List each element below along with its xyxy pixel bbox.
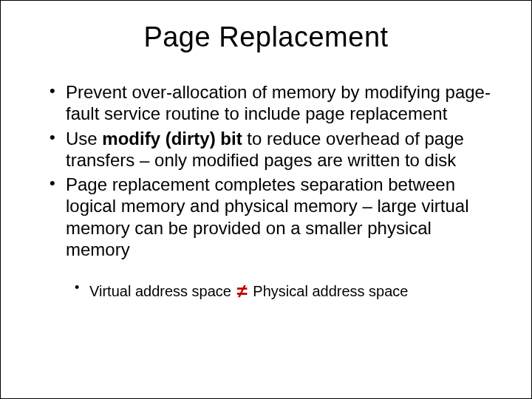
slide-container: Page Replacement Prevent over-allocation… (1, 1, 531, 398)
slide-title: Page Replacement (38, 21, 494, 53)
not-equal-icon: ≠ (236, 280, 249, 302)
bullet-list: Prevent over-allocation of memory by mod… (38, 81, 494, 260)
bullet-text-pre: Page replacement completes separation be… (66, 174, 469, 259)
sub-bullet-right: Physical address space (249, 283, 409, 299)
bullet-item: Prevent over-allocation of memory by mod… (45, 81, 494, 125)
sub-bullet-item: Virtual address space ≠ Physical address… (72, 279, 494, 304)
sub-bullet-left: Virtual address space (89, 283, 236, 299)
bullet-item: Use modify (dirty) bit to reduce overhea… (45, 128, 494, 171)
bullet-text-pre: Prevent over-allocation of memory by mod… (66, 82, 491, 123)
bullet-item: Page replacement completes separation be… (45, 174, 494, 260)
sub-bullet-list: Virtual address space ≠ Physical address… (38, 279, 494, 304)
bullet-text-pre: Use (66, 129, 102, 149)
bullet-text-bold: modify (dirty) bit (102, 129, 247, 149)
